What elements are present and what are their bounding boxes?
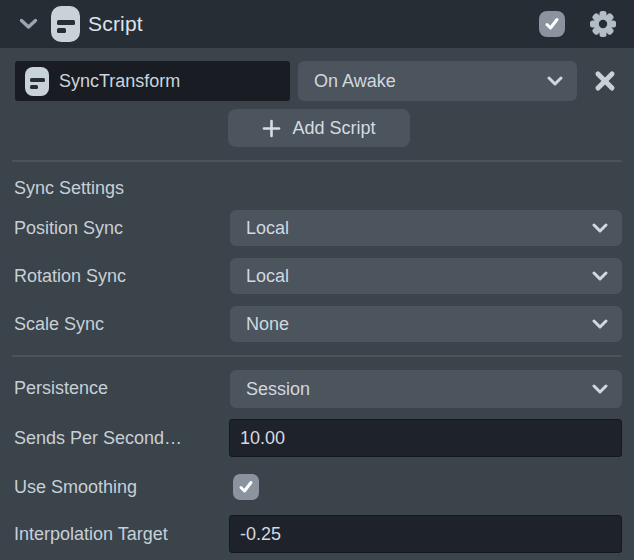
script-icon (25, 67, 49, 96)
component-enabled-checkbox[interactable] (539, 11, 565, 37)
use-smoothing-label: Use Smoothing (14, 469, 228, 505)
sends-per-second-label: Sends Per Second… (14, 420, 228, 456)
scale-sync-dropdown[interactable]: None (230, 306, 622, 342)
collapse-chevron-icon[interactable] (19, 18, 38, 30)
chevron-down-icon (592, 271, 608, 281)
run-event-dropdown[interactable]: On Awake (298, 61, 577, 101)
sends-per-second-input[interactable] (229, 419, 622, 457)
add-script-button[interactable]: Add Script (228, 109, 410, 147)
scale-sync-value: None (246, 306, 289, 342)
position-sync-dropdown[interactable]: Local (230, 210, 622, 246)
script-icon (51, 6, 80, 42)
script-name-field[interactable]: SyncTransform (15, 61, 290, 101)
section-divider (12, 355, 622, 357)
interpolation-target-input[interactable] (229, 515, 622, 553)
interpolation-target-label: Interpolation Target (14, 516, 228, 552)
remove-script-button[interactable] (593, 69, 617, 93)
run-event-value: On Awake (314, 61, 396, 101)
component-header: Script (0, 0, 634, 48)
position-sync-value: Local (246, 210, 289, 246)
rotation-sync-label: Rotation Sync (14, 258, 228, 294)
scale-sync-label: Scale Sync (14, 306, 228, 342)
add-script-label: Add Script (292, 118, 375, 139)
chevron-down-icon (592, 319, 608, 329)
check-icon (237, 478, 255, 496)
use-smoothing-checkbox[interactable] (233, 474, 259, 500)
section-divider (12, 160, 622, 162)
settings-gear-icon[interactable] (588, 9, 618, 39)
chevron-down-icon (547, 76, 563, 86)
script-name-label: SyncTransform (59, 61, 180, 101)
chevron-down-icon (592, 384, 608, 394)
plus-icon (262, 119, 281, 138)
component-title: Script (88, 0, 143, 48)
persistence-dropdown[interactable]: Session (230, 370, 622, 408)
rotation-sync-dropdown[interactable]: Local (230, 258, 622, 294)
chevron-down-icon (592, 223, 608, 233)
script-inspector-panel: Script SyncTransform On Awake (0, 0, 634, 560)
sync-settings-section-label: Sync Settings (14, 170, 124, 206)
check-icon (543, 15, 561, 33)
position-sync-label: Position Sync (14, 210, 228, 246)
persistence-label: Persistence (14, 370, 228, 406)
rotation-sync-value: Local (246, 258, 289, 294)
persistence-value: Session (246, 370, 310, 408)
